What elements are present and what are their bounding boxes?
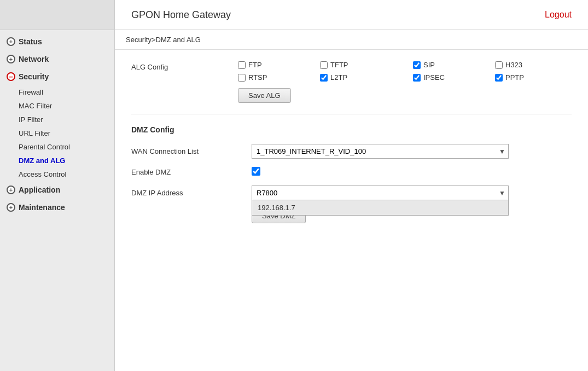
network-bullet-icon	[7, 55, 15, 63]
alg-config-row: ALG Config FTP TFTP	[131, 61, 572, 103]
dmz-section-title: DMZ Config	[131, 125, 572, 134]
sidebar-item-label-application: Application	[19, 186, 60, 194]
dmz-ip-wrapper: R7800 ▼ 192.168.1.7	[252, 186, 509, 200]
alg-checkboxes-grid: FTP TFTP SIP	[238, 61, 572, 82]
logo-area	[0, 0, 115, 30]
alg-l2tp-checkbox[interactable]	[320, 74, 328, 82]
content-body: ALG Config FTP TFTP	[115, 50, 588, 242]
alg-sip-item[interactable]: SIP	[413, 61, 490, 69]
alg-h323-item[interactable]: H323	[495, 61, 572, 69]
sidebar-item-parental-control[interactable]: Parental Control	[0, 140, 114, 154]
alg-pptp-checkbox[interactable]	[495, 74, 503, 82]
alg-l2tp-label: L2TP	[330, 73, 347, 82]
dmz-config-section: DMZ Config WAN Connection List 1_TR069_I…	[131, 125, 572, 223]
enable-dmz-row: Enable DMZ	[131, 167, 572, 177]
header-title-area: GPON Home Gateway Logout	[115, 9, 588, 21]
alg-tftp-label: TFTP	[330, 61, 348, 69]
application-bullet-icon	[7, 186, 15, 194]
alg-tftp-item[interactable]: TFTP	[320, 61, 407, 69]
header: GPON Home Gateway Logout	[0, 0, 588, 30]
sidebar-item-label-security: Security	[19, 72, 49, 81]
sidebar-item-maintenance[interactable]: Maintenance	[0, 199, 114, 216]
alg-h323-label: H323	[505, 61, 522, 69]
alg-ftp-checkbox[interactable]	[238, 61, 246, 69]
alg-ipsec-item[interactable]: IPSEC	[413, 73, 490, 82]
alg-l2tp-item[interactable]: L2TP	[320, 73, 407, 82]
alg-sip-checkbox[interactable]	[413, 61, 421, 69]
wan-connection-row: WAN Connection List 1_TR069_INTERNET_R_V…	[131, 144, 572, 159]
alg-ftp-item[interactable]: FTP	[238, 61, 315, 69]
alg-config-content: FTP TFTP SIP	[238, 61, 572, 103]
dmz-ip-dropdown-option[interactable]: 192.168.1.7	[252, 200, 509, 216]
alg-ftp-label: FTP	[248, 61, 262, 69]
sidebar-item-status[interactable]: Status	[0, 33, 114, 50]
alg-config-section: ALG Config FTP TFTP	[131, 61, 572, 103]
sidebar-item-application[interactable]: Application	[0, 181, 114, 199]
alg-tftp-checkbox[interactable]	[320, 61, 328, 69]
sidebar-item-firewall[interactable]: Firewall	[0, 85, 114, 99]
status-bullet-icon	[7, 37, 15, 46]
app-title: GPON Home Gateway	[131, 9, 231, 21]
sidebar-item-dmz-alg[interactable]: DMZ and ALG	[0, 154, 114, 167]
enable-dmz-label: Enable DMZ	[131, 168, 252, 176]
sidebar-item-label-status: Status	[19, 37, 42, 46]
enable-dmz-control	[252, 167, 572, 177]
wan-connection-select[interactable]: 1_TR069_INTERNET_R_VID_100	[252, 144, 509, 159]
sidebar-item-mac-filter[interactable]: MAC Filter	[0, 99, 114, 113]
section-divider	[131, 114, 572, 114]
sidebar-item-url-filter[interactable]: URL Filter	[0, 126, 114, 140]
alg-pptp-item[interactable]: PPTP	[495, 73, 572, 82]
dmz-ip-control: R7800 ▼ 192.168.1.7	[252, 186, 572, 200]
sidebar-item-label-maintenance: Maintenance	[19, 203, 65, 212]
dmz-ip-label: DMZ IP Address	[131, 189, 252, 197]
save-alg-button[interactable]: Save ALG	[238, 88, 291, 103]
sidebar-item-access-control[interactable]: Access Control	[0, 167, 114, 181]
sidebar-item-ip-filter[interactable]: IP Filter	[0, 113, 114, 126]
security-bullet-icon	[7, 72, 15, 81]
sidebar: Status Network Security Firewall MAC Fil…	[0, 30, 115, 371]
alg-ipsec-checkbox[interactable]	[413, 74, 421, 82]
wan-connection-label: WAN Connection List	[131, 147, 252, 155]
wan-connection-control: 1_TR069_INTERNET_R_VID_100 ▼	[252, 144, 572, 159]
alg-rtsp-label: RTSP	[248, 73, 267, 82]
wan-connection-dropdown-wrapper: 1_TR069_INTERNET_R_VID_100 ▼	[252, 144, 509, 159]
dmz-ip-select[interactable]: R7800	[252, 186, 509, 200]
alg-rtsp-item[interactable]: RTSP	[238, 73, 315, 82]
alg-ipsec-label: IPSEC	[423, 73, 445, 82]
main-layout: Status Network Security Firewall MAC Fil…	[0, 30, 588, 371]
alg-h323-checkbox[interactable]	[495, 61, 503, 69]
sidebar-item-security[interactable]: Security	[0, 68, 114, 85]
enable-dmz-checkbox[interactable]	[252, 167, 260, 176]
dmz-ip-row: DMZ IP Address R7800 ▼ 192.168.1.7	[131, 186, 572, 200]
alg-sip-label: SIP	[423, 61, 435, 69]
alg-rtsp-checkbox[interactable]	[238, 74, 246, 82]
sidebar-item-network[interactable]: Network	[0, 50, 114, 68]
breadcrumb: Security>DMZ and ALG	[115, 30, 588, 50]
content-area: Security>DMZ and ALG ALG Config FTP	[115, 30, 588, 371]
sidebar-item-label-network: Network	[19, 55, 49, 63]
alg-pptp-label: PPTP	[505, 73, 524, 82]
logout-button[interactable]: Logout	[545, 10, 572, 20]
maintenance-bullet-icon	[7, 203, 15, 212]
alg-config-label: ALG Config	[131, 61, 238, 71]
